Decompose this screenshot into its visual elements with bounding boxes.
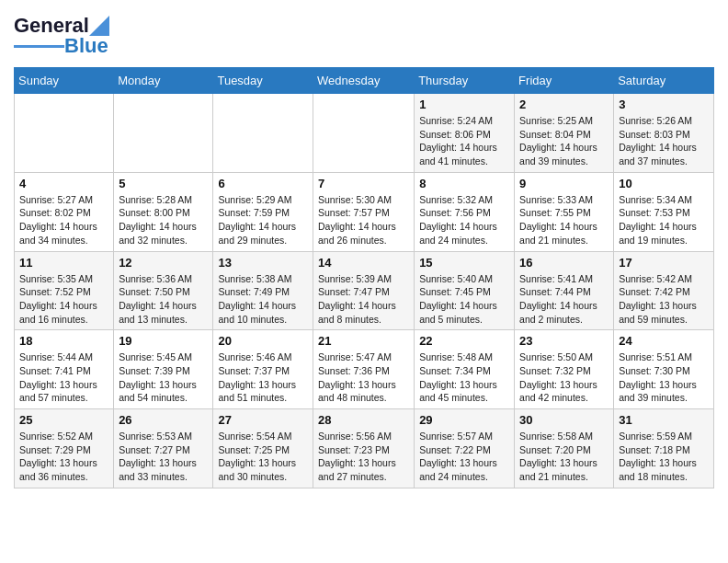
logo: General Blue [14, 14, 109, 58]
day-info: Sunrise: 5:25 AM Sunset: 8:04 PM Dayligh… [519, 114, 609, 168]
day-info: Sunrise: 5:35 AM Sunset: 7:52 PM Dayligh… [19, 272, 108, 327]
calendar-cell: 14Sunrise: 5:39 AM Sunset: 7:47 PM Dayli… [313, 251, 415, 330]
day-info: Sunrise: 5:57 AM Sunset: 7:22 PM Dayligh… [419, 430, 509, 484]
day-info: Sunrise: 5:33 AM Sunset: 7:55 PM Dayligh… [519, 193, 609, 247]
day-info: Sunrise: 5:51 AM Sunset: 7:30 PM Dayligh… [619, 350, 709, 405]
calendar-cell: 21Sunrise: 5:47 AM Sunset: 7:36 PM Dayli… [313, 330, 415, 409]
calendar-cell: 26Sunrise: 5:53 AM Sunset: 7:27 PM Dayli… [114, 409, 213, 488]
day-number: 2 [519, 98, 609, 111]
day-number: 26 [119, 413, 208, 427]
calendar-cell: 6Sunrise: 5:29 AM Sunset: 7:59 PM Daylig… [213, 172, 313, 251]
calendar-cell: 15Sunrise: 5:40 AM Sunset: 7:45 PM Dayli… [415, 251, 515, 330]
day-number: 23 [519, 334, 609, 348]
day-info: Sunrise: 5:53 AM Sunset: 7:27 PM Dayligh… [119, 430, 208, 484]
day-number: 28 [318, 413, 409, 427]
calendar-cell: 25Sunrise: 5:52 AM Sunset: 7:29 PM Dayli… [15, 409, 114, 488]
day-number: 13 [218, 256, 308, 270]
calendar-cell: 22Sunrise: 5:48 AM Sunset: 7:34 PM Dayli… [415, 330, 515, 409]
day-number: 10 [619, 177, 709, 190]
day-info: Sunrise: 5:54 AM Sunset: 7:25 PM Dayligh… [218, 430, 308, 484]
calendar-cell: 4Sunrise: 5:27 AM Sunset: 8:02 PM Daylig… [15, 172, 114, 251]
calendar-cell: 9Sunrise: 5:33 AM Sunset: 7:55 PM Daylig… [515, 172, 614, 251]
day-info: Sunrise: 5:47 AM Sunset: 7:36 PM Dayligh… [318, 350, 409, 405]
calendar-cell: 17Sunrise: 5:42 AM Sunset: 7:42 PM Dayli… [614, 251, 714, 330]
calendar-cell: 3Sunrise: 5:26 AM Sunset: 8:03 PM Daylig… [614, 94, 714, 173]
svg-marker-0 [89, 16, 109, 36]
day-number: 31 [619, 413, 709, 427]
weekday-header-tuesday: Tuesday [213, 68, 313, 94]
day-number: 18 [19, 334, 108, 348]
calendar-cell [114, 94, 213, 173]
day-number: 17 [619, 256, 709, 270]
weekday-header-wednesday: Wednesday [313, 68, 415, 94]
weekday-header-monday: Monday [114, 68, 213, 94]
day-info: Sunrise: 5:45 AM Sunset: 7:39 PM Dayligh… [119, 350, 208, 405]
day-number: 24 [619, 334, 709, 348]
weekday-header-thursday: Thursday [415, 68, 515, 94]
day-info: Sunrise: 5:46 AM Sunset: 7:37 PM Dayligh… [218, 350, 308, 405]
day-number: 27 [218, 413, 308, 427]
calendar-cell: 5Sunrise: 5:28 AM Sunset: 8:00 PM Daylig… [114, 172, 213, 251]
calendar-cell: 19Sunrise: 5:45 AM Sunset: 7:39 PM Dayli… [114, 330, 213, 409]
calendar-cell: 8Sunrise: 5:32 AM Sunset: 7:56 PM Daylig… [415, 172, 515, 251]
day-number: 20 [218, 334, 308, 348]
day-info: Sunrise: 5:32 AM Sunset: 7:56 PM Dayligh… [419, 193, 509, 247]
calendar-cell: 28Sunrise: 5:56 AM Sunset: 7:23 PM Dayli… [313, 409, 415, 488]
day-number: 6 [218, 177, 308, 190]
calendar-cell: 23Sunrise: 5:50 AM Sunset: 7:32 PM Dayli… [515, 330, 614, 409]
day-number: 29 [419, 413, 509, 427]
day-info: Sunrise: 5:36 AM Sunset: 7:50 PM Dayligh… [119, 272, 208, 327]
day-info: Sunrise: 5:24 AM Sunset: 8:06 PM Dayligh… [419, 114, 509, 168]
calendar-cell: 24Sunrise: 5:51 AM Sunset: 7:30 PM Dayli… [614, 330, 714, 409]
calendar-cell: 29Sunrise: 5:57 AM Sunset: 7:22 PM Dayli… [415, 409, 515, 488]
page-header: General Blue [14, 14, 714, 58]
day-number: 3 [619, 98, 709, 111]
day-number: 14 [318, 256, 409, 270]
day-info: Sunrise: 5:39 AM Sunset: 7:47 PM Dayligh… [318, 272, 409, 327]
weekday-header-saturday: Saturday [614, 68, 714, 94]
day-number: 12 [119, 256, 208, 270]
calendar-cell: 11Sunrise: 5:35 AM Sunset: 7:52 PM Dayli… [15, 251, 114, 330]
day-number: 22 [419, 334, 509, 348]
calendar-cell: 16Sunrise: 5:41 AM Sunset: 7:44 PM Dayli… [515, 251, 614, 330]
day-info: Sunrise: 5:44 AM Sunset: 7:41 PM Dayligh… [19, 350, 108, 405]
calendar-cell: 31Sunrise: 5:59 AM Sunset: 7:18 PM Dayli… [614, 409, 714, 488]
calendar-cell: 10Sunrise: 5:34 AM Sunset: 7:53 PM Dayli… [614, 172, 714, 251]
logo-icon [89, 16, 109, 36]
calendar-cell: 30Sunrise: 5:58 AM Sunset: 7:20 PM Dayli… [515, 409, 614, 488]
calendar-cell: 13Sunrise: 5:38 AM Sunset: 7:49 PM Dayli… [213, 251, 313, 330]
calendar-cell: 20Sunrise: 5:46 AM Sunset: 7:37 PM Dayli… [213, 330, 313, 409]
day-info: Sunrise: 5:27 AM Sunset: 8:02 PM Dayligh… [19, 193, 108, 247]
day-info: Sunrise: 5:30 AM Sunset: 7:57 PM Dayligh… [318, 193, 409, 247]
day-number: 15 [419, 256, 509, 270]
calendar-cell: 1Sunrise: 5:24 AM Sunset: 8:06 PM Daylig… [415, 94, 515, 173]
day-info: Sunrise: 5:28 AM Sunset: 8:00 PM Dayligh… [119, 193, 208, 247]
day-number: 19 [119, 334, 208, 348]
day-number: 25 [19, 413, 108, 427]
logo-blue: Blue [64, 34, 108, 58]
day-number: 9 [519, 177, 609, 190]
weekday-header-friday: Friday [515, 68, 614, 94]
day-info: Sunrise: 5:38 AM Sunset: 7:49 PM Dayligh… [218, 272, 308, 327]
day-info: Sunrise: 5:26 AM Sunset: 8:03 PM Dayligh… [619, 114, 709, 168]
calendar-cell: 7Sunrise: 5:30 AM Sunset: 7:57 PM Daylig… [313, 172, 415, 251]
day-info: Sunrise: 5:41 AM Sunset: 7:44 PM Dayligh… [519, 272, 609, 327]
day-number: 1 [419, 98, 509, 111]
calendar-cell [313, 94, 415, 173]
calendar-table: SundayMondayTuesdayWednesdayThursdayFrid… [14, 67, 714, 488]
day-info: Sunrise: 5:58 AM Sunset: 7:20 PM Dayligh… [519, 430, 609, 484]
day-info: Sunrise: 5:48 AM Sunset: 7:34 PM Dayligh… [419, 350, 509, 405]
day-number: 7 [318, 177, 409, 190]
day-info: Sunrise: 5:29 AM Sunset: 7:59 PM Dayligh… [218, 193, 308, 247]
day-info: Sunrise: 5:42 AM Sunset: 7:42 PM Dayligh… [619, 272, 709, 327]
calendar-cell: 27Sunrise: 5:54 AM Sunset: 7:25 PM Dayli… [213, 409, 313, 488]
weekday-header-sunday: Sunday [15, 68, 114, 94]
day-number: 8 [419, 177, 509, 190]
day-info: Sunrise: 5:59 AM Sunset: 7:18 PM Dayligh… [619, 430, 709, 484]
day-info: Sunrise: 5:50 AM Sunset: 7:32 PM Dayligh… [519, 350, 609, 405]
calendar-cell [213, 94, 313, 173]
calendar-cell: 12Sunrise: 5:36 AM Sunset: 7:50 PM Dayli… [114, 251, 213, 330]
calendar-cell: 18Sunrise: 5:44 AM Sunset: 7:41 PM Dayli… [15, 330, 114, 409]
day-info: Sunrise: 5:52 AM Sunset: 7:29 PM Dayligh… [19, 430, 108, 484]
day-info: Sunrise: 5:34 AM Sunset: 7:53 PM Dayligh… [619, 193, 709, 247]
